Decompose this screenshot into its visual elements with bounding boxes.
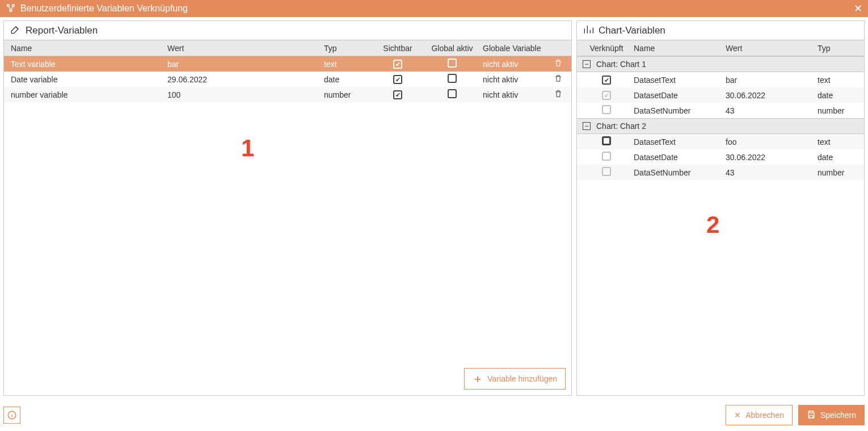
save-icon: [807, 410, 816, 421]
chart-variables-title: Chart-Variablen: [599, 25, 665, 36]
chart-icon: [583, 24, 594, 37]
report-variables-title: Report-Variablen: [26, 25, 98, 36]
cell-typ: text: [815, 137, 859, 147]
table-row[interactable]: DataSetNumber43number: [577, 165, 864, 180]
delete-row-button[interactable]: [550, 89, 567, 100]
cell-wert: 30.06.2022: [723, 91, 815, 100]
cancel-label: Abbrechen: [745, 411, 784, 420]
cell-typ: number: [815, 106, 859, 115]
cell-typ: date: [815, 153, 859, 162]
cell-globale-variable: nicht aktiv: [481, 90, 550, 99]
cancel-button[interactable]: ✕ Abbrechen: [726, 405, 793, 425]
cell-global-aktiv[interactable]: [424, 89, 481, 100]
delete-row-button[interactable]: [550, 58, 567, 69]
cell-verknuepft[interactable]: [582, 136, 631, 147]
cell-verknuepft[interactable]: [582, 90, 631, 101]
col-verknuepft[interactable]: Verknüpft: [582, 44, 631, 53]
table-row[interactable]: DatasetTextbartext: [577, 72, 864, 87]
col-wert[interactable]: Wert: [723, 44, 815, 53]
collapse-icon[interactable]: −: [583, 122, 591, 130]
col-name[interactable]: Name: [631, 44, 723, 53]
cell-verknuepft[interactable]: [582, 167, 631, 178]
cell-name: DatasetText: [631, 76, 723, 85]
cell-wert: 43: [723, 106, 815, 115]
edit-icon: [10, 24, 21, 37]
table-row[interactable]: DatasetTextfootext: [577, 134, 864, 149]
cell-wert: 43: [723, 168, 815, 177]
cell-wert: 100: [165, 90, 322, 99]
cell-name: DatasetDate: [631, 153, 723, 162]
collapse-icon[interactable]: −: [583, 60, 591, 68]
info-button[interactable]: [3, 407, 20, 424]
cell-global-aktiv[interactable]: [424, 58, 481, 69]
cell-wert: 29.06.2022: [165, 75, 322, 84]
col-typ[interactable]: Typ: [322, 44, 372, 53]
cell-wert: bar: [723, 76, 815, 85]
group-header[interactable]: −Chart: Chart 2: [577, 118, 864, 134]
cell-typ: text: [322, 60, 372, 69]
add-variable-button[interactable]: ＋ Variable hinzufügen: [464, 368, 566, 390]
col-typ[interactable]: Typ: [815, 44, 859, 53]
chart-variables-panel: Chart-Variablen Verknüpft Name Wert Typ …: [576, 20, 865, 396]
cell-typ: number: [815, 168, 859, 177]
cell-typ: date: [322, 75, 372, 84]
save-label: Speichern: [820, 411, 856, 420]
cell-name: DatasetText: [631, 137, 723, 147]
cell-verknuepft[interactable]: [582, 105, 631, 116]
close-button[interactable]: ✕: [854, 2, 862, 15]
report-variables-panel: Report-Variablen Name Wert Typ Sichtbar …: [3, 20, 572, 396]
group-label: Chart: Chart 2: [596, 122, 646, 131]
workspace: Report-Variablen Name Wert Typ Sichtbar …: [0, 17, 868, 399]
close-icon: ✕: [734, 411, 741, 420]
delete-row-button[interactable]: [550, 74, 567, 85]
callout-2: 2: [706, 211, 719, 238]
cell-wert: 30.06.2022: [723, 153, 815, 162]
cell-name: DataSetNumber: [631, 106, 723, 115]
cell-name: Text variable: [9, 60, 165, 69]
group-header[interactable]: −Chart: Chart 1: [577, 56, 864, 72]
cell-sichtbar[interactable]: [372, 90, 424, 100]
cell-name: number variable: [9, 90, 165, 99]
cell-typ: date: [815, 91, 859, 100]
table-row[interactable]: DataSetNumber43number: [577, 103, 864, 118]
cell-globale-variable: nicht aktiv: [481, 60, 550, 69]
panel-title: Report-Variablen: [4, 21, 571, 40]
chart-variables-body: −Chart: Chart 1DatasetTextbartextDataset…: [577, 56, 864, 180]
col-globale-variable[interactable]: Globale Variable: [481, 44, 550, 53]
title-bar: Benutzerdefinierte Variablen Verknüpfung…: [0, 0, 868, 17]
cell-name: Date variable: [9, 75, 165, 84]
chart-variables-header: Verknüpft Name Wert Typ: [577, 40, 864, 56]
window-title: Benutzerdefinierte Variablen Verknüpfung: [20, 3, 188, 14]
footer: ✕ Abbrechen Speichern: [0, 399, 868, 431]
plus-icon: ＋: [473, 372, 483, 386]
cell-name: DataSetNumber: [631, 168, 723, 177]
cell-name: DatasetDate: [631, 91, 723, 100]
cell-verknuepft[interactable]: [582, 152, 631, 162]
table-row[interactable]: DatasetDate30.06.2022date: [577, 87, 864, 103]
col-wert[interactable]: Wert: [165, 44, 322, 53]
link-icon: [6, 3, 16, 15]
save-button[interactable]: Speichern: [798, 405, 865, 425]
cell-sichtbar[interactable]: [372, 74, 424, 85]
report-variables-header: Name Wert Typ Sichtbar Global aktiv Glob…: [4, 40, 571, 56]
cell-typ: number: [322, 90, 372, 99]
cell-typ: text: [815, 76, 859, 85]
panel-title: Chart-Variablen: [577, 21, 864, 40]
col-name[interactable]: Name: [9, 44, 165, 53]
col-sichtbar[interactable]: Sichtbar: [372, 44, 424, 53]
table-row[interactable]: Date variable29.06.2022datenicht aktiv: [4, 72, 571, 87]
cell-sichtbar[interactable]: [372, 59, 424, 69]
callout-1: 1: [241, 135, 254, 162]
col-global-aktiv[interactable]: Global aktiv: [424, 44, 481, 53]
cell-verknuepft[interactable]: [582, 75, 631, 85]
table-row[interactable]: Text variablebartextnicht aktiv: [4, 56, 571, 72]
cell-wert: bar: [165, 60, 322, 69]
cell-globale-variable: nicht aktiv: [481, 75, 550, 84]
table-row[interactable]: DatasetDate30.06.2022date: [577, 149, 864, 165]
group-label: Chart: Chart 1: [596, 60, 646, 69]
cell-global-aktiv[interactable]: [424, 74, 481, 85]
cell-wert: foo: [723, 137, 815, 147]
add-variable-label: Variable hinzufügen: [487, 374, 557, 383]
table-row[interactable]: number variable100numbernicht aktiv: [4, 87, 571, 102]
report-variables-body: Text variablebartextnicht aktivDate vari…: [4, 56, 571, 102]
